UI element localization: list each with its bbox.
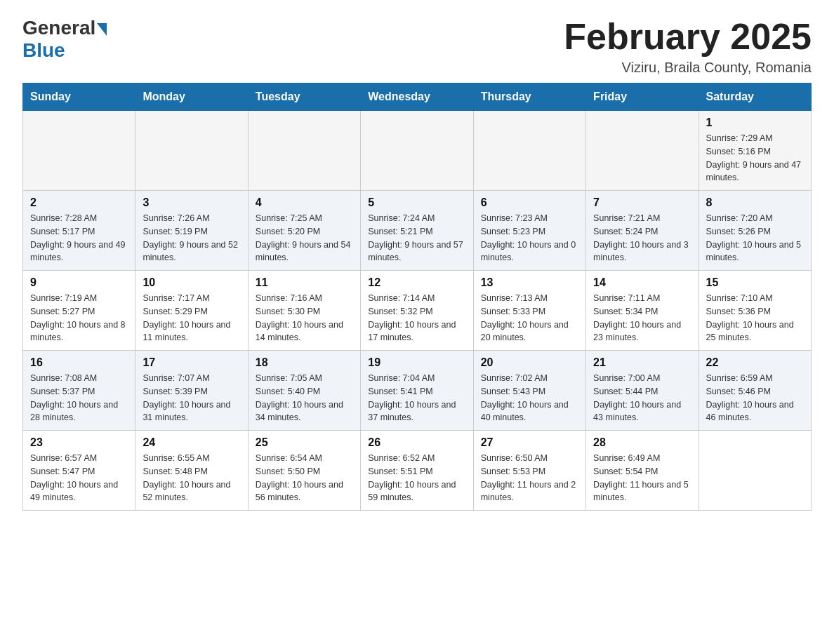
calendar-cell: 12Sunrise: 7:14 AM Sunset: 5:32 PM Dayli…: [361, 271, 473, 351]
day-of-week-header: Thursday: [473, 83, 585, 111]
day-info: Sunrise: 6:49 AM Sunset: 5:54 PM Dayligh…: [593, 452, 691, 504]
calendar-cell: 10Sunrise: 7:17 AM Sunset: 5:29 PM Dayli…: [135, 271, 248, 351]
day-info: Sunrise: 7:00 AM Sunset: 5:44 PM Dayligh…: [593, 372, 691, 424]
calendar-cell: [473, 111, 585, 191]
day-info: Sunrise: 7:21 AM Sunset: 5:24 PM Dayligh…: [593, 212, 691, 264]
calendar-cell: 5Sunrise: 7:24 AM Sunset: 5:21 PM Daylig…: [361, 191, 473, 271]
logo: General Blue: [22, 17, 107, 62]
day-info: Sunrise: 6:55 AM Sunset: 5:48 PM Dayligh…: [143, 452, 240, 504]
calendar-cell: 19Sunrise: 7:04 AM Sunset: 5:41 PM Dayli…: [361, 351, 473, 431]
day-number: 9: [30, 276, 128, 289]
calendar-cell: 13Sunrise: 7:13 AM Sunset: 5:33 PM Dayli…: [473, 271, 585, 351]
day-info: Sunrise: 7:17 AM Sunset: 5:29 PM Dayligh…: [143, 292, 240, 344]
day-info: Sunrise: 7:07 AM Sunset: 5:39 PM Dayligh…: [143, 372, 240, 424]
calendar-cell: 15Sunrise: 7:10 AM Sunset: 5:36 PM Dayli…: [699, 271, 811, 351]
day-info: Sunrise: 6:50 AM Sunset: 5:53 PM Dayligh…: [481, 452, 578, 504]
day-info: Sunrise: 7:08 AM Sunset: 5:37 PM Dayligh…: [30, 372, 128, 424]
day-of-week-header: Friday: [586, 83, 699, 111]
calendar-cell: [23, 111, 135, 191]
day-number: 6: [481, 196, 578, 209]
calendar-cell: 6Sunrise: 7:23 AM Sunset: 5:23 PM Daylig…: [473, 191, 585, 271]
calendar-subtitle: Viziru, Braila County, Romania: [564, 60, 812, 76]
day-number: 18: [256, 356, 353, 369]
calendar-cell: 22Sunrise: 6:59 AM Sunset: 5:46 PM Dayli…: [699, 351, 811, 431]
calendar-cell: 23Sunrise: 6:57 AM Sunset: 5:47 PM Dayli…: [23, 431, 135, 511]
day-info: Sunrise: 7:24 AM Sunset: 5:21 PM Dayligh…: [368, 212, 465, 264]
calendar-cell: 14Sunrise: 7:11 AM Sunset: 5:34 PM Dayli…: [586, 271, 699, 351]
calendar-cell: 20Sunrise: 7:02 AM Sunset: 5:43 PM Dayli…: [473, 351, 585, 431]
day-number: 10: [143, 276, 240, 289]
calendar-cell: 11Sunrise: 7:16 AM Sunset: 5:30 PM Dayli…: [248, 271, 360, 351]
calendar-cell: [361, 111, 473, 191]
calendar-cell: 27Sunrise: 6:50 AM Sunset: 5:53 PM Dayli…: [473, 431, 585, 511]
title-section: February 2025 Viziru, Braila County, Rom…: [564, 17, 812, 76]
calendar-cell: 7Sunrise: 7:21 AM Sunset: 5:24 PM Daylig…: [586, 191, 699, 271]
day-number: 28: [593, 436, 691, 449]
day-number: 7: [593, 196, 691, 209]
day-number: 11: [256, 276, 353, 289]
day-number: 19: [368, 356, 465, 369]
day-number: 12: [368, 276, 465, 289]
day-of-week-header: Saturday: [699, 83, 811, 111]
day-number: 24: [143, 436, 240, 449]
calendar-cell: 28Sunrise: 6:49 AM Sunset: 5:54 PM Dayli…: [586, 431, 699, 511]
day-number: 13: [481, 276, 578, 289]
page-header: General Blue February 2025 Viziru, Brail…: [22, 17, 812, 76]
calendar-cell: 1Sunrise: 7:29 AM Sunset: 5:16 PM Daylig…: [699, 111, 811, 191]
day-info: Sunrise: 7:02 AM Sunset: 5:43 PM Dayligh…: [481, 372, 578, 424]
day-number: 26: [368, 436, 465, 449]
day-info: Sunrise: 6:59 AM Sunset: 5:46 PM Dayligh…: [706, 372, 804, 424]
day-number: 16: [30, 356, 128, 369]
day-info: Sunrise: 7:16 AM Sunset: 5:30 PM Dayligh…: [256, 292, 353, 344]
logo-text: General: [22, 17, 107, 39]
day-number: 8: [706, 196, 804, 209]
day-number: 2: [30, 196, 128, 209]
calendar-week-row: 23Sunrise: 6:57 AM Sunset: 5:47 PM Dayli…: [23, 431, 812, 511]
calendar-week-row: 16Sunrise: 7:08 AM Sunset: 5:37 PM Dayli…: [23, 351, 812, 431]
day-number: 25: [256, 436, 353, 449]
calendar-cell: 18Sunrise: 7:05 AM Sunset: 5:40 PM Dayli…: [248, 351, 360, 431]
days-of-week-row: SundayMondayTuesdayWednesdayThursdayFrid…: [23, 83, 812, 111]
day-info: Sunrise: 7:23 AM Sunset: 5:23 PM Dayligh…: [481, 212, 578, 264]
calendar-cell: 2Sunrise: 7:28 AM Sunset: 5:17 PM Daylig…: [23, 191, 135, 271]
calendar-cell: 9Sunrise: 7:19 AM Sunset: 5:27 PM Daylig…: [23, 271, 135, 351]
calendar-week-row: 9Sunrise: 7:19 AM Sunset: 5:27 PM Daylig…: [23, 271, 812, 351]
calendar-cell: [586, 111, 699, 191]
day-number: 14: [593, 276, 691, 289]
day-info: Sunrise: 7:11 AM Sunset: 5:34 PM Dayligh…: [593, 292, 691, 344]
day-number: 4: [256, 196, 353, 209]
calendar-week-row: 2Sunrise: 7:28 AM Sunset: 5:17 PM Daylig…: [23, 191, 812, 271]
calendar-cell: 16Sunrise: 7:08 AM Sunset: 5:37 PM Dayli…: [23, 351, 135, 431]
day-info: Sunrise: 7:20 AM Sunset: 5:26 PM Dayligh…: [706, 212, 804, 264]
day-info: Sunrise: 7:13 AM Sunset: 5:33 PM Dayligh…: [481, 292, 578, 344]
calendar-cell: 25Sunrise: 6:54 AM Sunset: 5:50 PM Dayli…: [248, 431, 360, 511]
calendar-cell: 21Sunrise: 7:00 AM Sunset: 5:44 PM Dayli…: [586, 351, 699, 431]
day-number: 17: [143, 356, 240, 369]
day-info: Sunrise: 7:10 AM Sunset: 5:36 PM Dayligh…: [706, 292, 804, 344]
calendar-cell: 4Sunrise: 7:25 AM Sunset: 5:20 PM Daylig…: [248, 191, 360, 271]
calendar-title: February 2025: [564, 17, 812, 57]
calendar-week-row: 1Sunrise: 7:29 AM Sunset: 5:16 PM Daylig…: [23, 111, 812, 191]
calendar-body: 1Sunrise: 7:29 AM Sunset: 5:16 PM Daylig…: [23, 111, 812, 511]
calendar-cell: [135, 111, 248, 191]
day-info: Sunrise: 7:19 AM Sunset: 5:27 PM Dayligh…: [30, 292, 128, 344]
day-info: Sunrise: 7:26 AM Sunset: 5:19 PM Dayligh…: [143, 212, 240, 264]
day-number: 3: [143, 196, 240, 209]
logo-general-text: General: [22, 17, 95, 39]
day-number: 21: [593, 356, 691, 369]
day-number: 20: [481, 356, 578, 369]
logo-arrow-icon: [97, 23, 107, 36]
day-info: Sunrise: 7:29 AM Sunset: 5:16 PM Dayligh…: [706, 132, 804, 185]
day-of-week-header: Wednesday: [361, 83, 473, 111]
day-number: 23: [30, 436, 128, 449]
day-info: Sunrise: 7:05 AM Sunset: 5:40 PM Dayligh…: [256, 372, 353, 424]
logo-blue-text: Blue: [22, 39, 65, 62]
calendar-table: SundayMondayTuesdayWednesdayThursdayFrid…: [22, 83, 812, 511]
day-of-week-header: Tuesday: [248, 83, 360, 111]
day-info: Sunrise: 6:52 AM Sunset: 5:51 PM Dayligh…: [368, 452, 465, 504]
calendar-cell: 3Sunrise: 7:26 AM Sunset: 5:19 PM Daylig…: [135, 191, 248, 271]
calendar-cell: 26Sunrise: 6:52 AM Sunset: 5:51 PM Dayli…: [361, 431, 473, 511]
day-of-week-header: Monday: [135, 83, 248, 111]
day-number: 5: [368, 196, 465, 209]
day-info: Sunrise: 6:54 AM Sunset: 5:50 PM Dayligh…: [256, 452, 353, 504]
